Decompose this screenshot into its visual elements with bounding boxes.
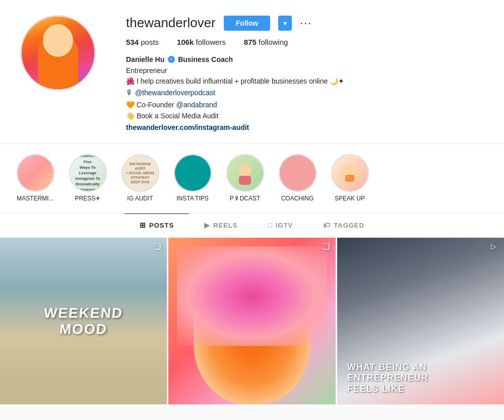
bio-line3: 🧡 Co-Founder @andabrand: [126, 99, 484, 111]
highlight-circle-speakup: ●: [331, 154, 369, 192]
highlight-label-speakup: SPEAK UP: [335, 195, 365, 202]
svg-point-1: [30, 165, 40, 177]
tab-posts-label: POSTS: [149, 222, 174, 229]
multi-photo-icon-2: ❏: [323, 242, 330, 251]
igtv-icon: □: [268, 221, 272, 229]
tab-igtv[interactable]: □ IGTV: [253, 214, 308, 236]
more-options-button[interactable]: ···: [300, 17, 312, 30]
avatar: [20, 15, 96, 91]
bio-subtitle: Entrepreneur: [126, 65, 484, 76]
highlight-label-coaching: COACHING: [281, 195, 314, 202]
andabrand-link[interactable]: @andabrand: [176, 101, 217, 109]
highlight-label-igaudit: IG AUDIT: [127, 195, 153, 202]
highlights-section: MASTERMI... elle Hu of TheWanderlover: F…: [0, 144, 504, 212]
bio-line2: 🎙 @thewanderloverpodcast: [126, 87, 484, 99]
tab-reels-label: REELS: [213, 222, 237, 229]
highlight-circle-coaching: [279, 154, 317, 192]
chevron-down-icon: ▾: [283, 19, 287, 27]
highlight-coaching[interactable]: COACHING: [277, 154, 318, 202]
carousel-indicator-2: ❏: [323, 242, 332, 251]
tab-tagged-label: TAGGED: [334, 222, 364, 229]
highlight-label-podcast: P🎙DCAST: [230, 195, 261, 202]
highlight-label-instatips: INSTA TIPS: [176, 195, 209, 202]
bio-section: Danielle Hu Business Coach Entrepreneur …: [126, 53, 484, 133]
post1-text: WEEKEND MOOD: [44, 305, 123, 337]
verified-icon: [168, 56, 175, 63]
video-icon: ▷: [491, 242, 496, 250]
highlight-label-press: PRESS✈: [75, 195, 101, 202]
highlights-row: MASTERMI... elle Hu of TheWanderlover: F…: [15, 154, 489, 207]
svg-rect-7: [345, 175, 354, 182]
bio-line1: 🌺 I help creatives build influential + p…: [126, 76, 484, 87]
tab-tagged[interactable]: 🏷 TAGGED: [308, 214, 380, 236]
svg-point-6: [345, 166, 354, 176]
highlight-igaudit[interactable]: INSTAGRAM AUDIT+ SOCIAL MEDIASTRATEGYDEE…: [120, 154, 160, 202]
profile-info: thewanderlover Follow ▾ ··· 534 posts 10…: [126, 15, 484, 133]
highlight-circle-instatips: [174, 154, 212, 192]
svg-rect-4: [239, 176, 251, 185]
highlight-circle-press: elle Hu of TheWanderlover: FiveWays To L…: [69, 154, 107, 192]
svg-point-3: [239, 164, 251, 178]
profile-header-row: thewanderlover Follow ▾ ···: [126, 15, 484, 31]
tab-posts[interactable]: ⊞ POSTS: [124, 214, 189, 236]
post-grid: WEEKEND MOOD ❏ ❏ WHAT BEING AN ENTREPREN…: [0, 238, 504, 404]
highlight-instatips[interactable]: INSTA TIPS: [172, 154, 213, 202]
following-stat[interactable]: 875 following: [244, 38, 288, 46]
highlight-mastermind[interactable]: MASTERMI...: [15, 154, 55, 202]
grid-post-1[interactable]: WEEKEND MOOD ❏: [0, 238, 167, 404]
stats-row: 534 posts 106k followers 875 following: [126, 38, 484, 46]
grid-post-3[interactable]: WHAT BEING AN ENTREPRENEUR FEELS LIKE ▷: [337, 238, 504, 404]
follow-dropdown-button[interactable]: ▾: [278, 16, 292, 31]
video-indicator: ▷: [491, 242, 500, 251]
username: thewanderlover: [126, 15, 216, 31]
bio-line4: 👋 Book a Social Media Audit: [126, 111, 484, 121]
website-row: thewanderlover.com/instagram-audit: [126, 121, 484, 133]
reels-icon: ▶: [204, 221, 210, 229]
highlight-press[interactable]: elle Hu of TheWanderlover: FiveWays To L…: [68, 154, 108, 202]
followers-stat[interactable]: 106k followers: [177, 38, 226, 46]
tab-reels[interactable]: ▶ REELS: [189, 214, 253, 236]
posts-stat[interactable]: 534 posts: [126, 38, 159, 46]
podcast-link[interactable]: @thewanderloverpodcast: [135, 89, 215, 97]
highlight-circle-podcast: [226, 154, 264, 192]
tabs-section: ⊞ POSTS ▶ REELS □ IGTV 🏷 TAGGED: [0, 213, 504, 236]
posts-icon: ⊞: [140, 221, 146, 229]
svg-rect-2: [30, 176, 40, 183]
highlight-circle-igaudit: INSTAGRAM AUDIT+ SOCIAL MEDIASTRATEGYDEE…: [121, 154, 159, 192]
display-name: Danielle Hu Business Coach: [126, 53, 484, 65]
highlight-speakup[interactable]: ● SPEAK UP: [330, 154, 370, 202]
multi-photo-icon: ❏: [154, 242, 161, 251]
highlight-podcast[interactable]: P🎙DCAST: [225, 154, 265, 202]
grid-post-2[interactable]: ❏: [168, 238, 335, 404]
carousel-indicator-1: ❏: [154, 242, 163, 251]
follow-button[interactable]: Follow: [224, 16, 270, 31]
tagged-icon: 🏷: [323, 221, 331, 229]
tab-igtv-label: IGTV: [276, 222, 293, 229]
highlight-label-mastermind: MASTERMI...: [17, 195, 53, 202]
website-link[interactable]: thewanderlover.com/instagram-audit: [126, 123, 249, 131]
svg-point-0: [24, 162, 46, 184]
highlight-circle-mastermind: [17, 154, 54, 192]
post3-text: WHAT BEING AN ENTREPRENEUR FEELS LIKE: [347, 362, 428, 395]
profile-section: thewanderlover Follow ▾ ··· 534 posts 10…: [0, 0, 504, 144]
